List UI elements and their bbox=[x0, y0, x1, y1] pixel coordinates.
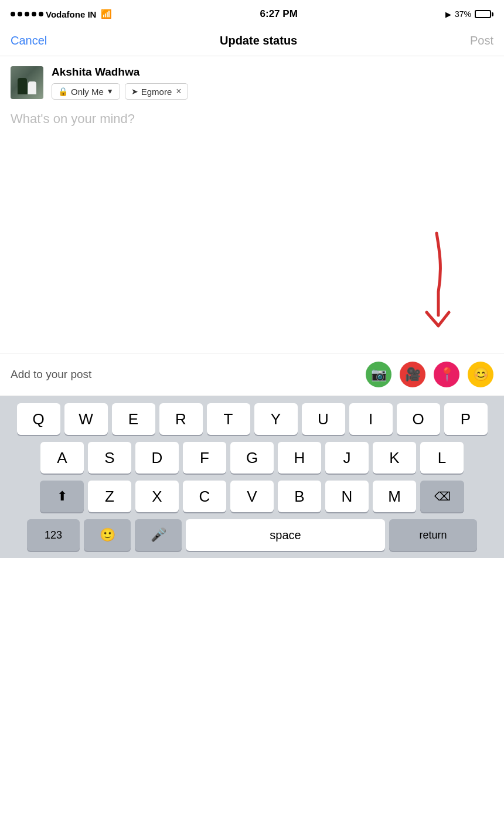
key-f[interactable]: F bbox=[183, 442, 226, 474]
cancel-button[interactable]: Cancel bbox=[11, 34, 47, 47]
keyboard-row-bottom: 123 🙂 🎤 space return bbox=[2, 519, 502, 551]
key-g[interactable]: G bbox=[230, 442, 274, 474]
keyboard-row-2: A S D F G H J K L bbox=[2, 442, 502, 474]
add-to-post-icons: 📷 🎥 📍 😊 bbox=[366, 362, 493, 387]
nav-title: Update status bbox=[220, 34, 297, 47]
status-time: 6:27 PM bbox=[260, 8, 298, 20]
key-c[interactable]: C bbox=[183, 481, 226, 512]
keyboard-row-1: Q W E R T Y U I O P bbox=[2, 403, 502, 435]
location-arrow-icon: ▶ bbox=[445, 10, 451, 19]
status-right: ▶ 37% bbox=[445, 9, 493, 19]
key-p[interactable]: P bbox=[444, 403, 488, 435]
delete-key[interactable]: ⌫ bbox=[420, 481, 464, 512]
key-y[interactable]: Y bbox=[254, 403, 298, 435]
add-to-post-bar: Add to your post 📷 🎥 📍 😊 bbox=[0, 353, 504, 396]
audience-selector[interactable]: 🔒 Only Me ▼ bbox=[52, 83, 120, 100]
location-arrow-icon: ➤ bbox=[131, 87, 138, 96]
location-label: Egmore bbox=[141, 87, 172, 97]
carrier-label: Vodafone IN bbox=[46, 9, 96, 19]
space-key[interactable]: space bbox=[186, 519, 385, 551]
key-o[interactable]: O bbox=[397, 403, 440, 435]
emoji-keyboard-key[interactable]: 🙂 bbox=[84, 519, 131, 551]
key-s[interactable]: S bbox=[88, 442, 131, 474]
location-button[interactable]: 📍 bbox=[434, 362, 459, 387]
numbers-key[interactable]: 123 bbox=[27, 519, 80, 551]
post-input-area[interactable]: What's on your mind? bbox=[0, 107, 504, 353]
key-i[interactable]: I bbox=[349, 403, 393, 435]
location-close-icon[interactable]: × bbox=[176, 86, 181, 97]
microphone-key[interactable]: 🎤 bbox=[135, 519, 182, 551]
signal-dots bbox=[11, 12, 43, 16]
audience-label: Only Me bbox=[71, 87, 104, 97]
key-v[interactable]: V bbox=[230, 481, 274, 512]
key-t[interactable]: T bbox=[207, 403, 250, 435]
camera-button[interactable]: 📷 bbox=[366, 362, 391, 387]
key-u[interactable]: U bbox=[302, 403, 345, 435]
key-q[interactable]: Q bbox=[17, 403, 60, 435]
key-a[interactable]: A bbox=[40, 442, 84, 474]
key-l[interactable]: L bbox=[420, 442, 464, 474]
status-left: Vodafone IN 📶 bbox=[11, 9, 112, 19]
keyboard-row-3: ⬆ Z X C V B N M ⌫ bbox=[2, 481, 502, 512]
key-d[interactable]: D bbox=[135, 442, 179, 474]
key-b[interactable]: B bbox=[278, 481, 321, 512]
location-tag[interactable]: ➤ Egmore × bbox=[125, 83, 188, 100]
emoji-button[interactable]: 😊 bbox=[468, 362, 493, 387]
keyboard: Q W E R T Y U I O P A S D F G H J K L ⬆ … bbox=[0, 396, 504, 558]
key-h[interactable]: H bbox=[278, 442, 321, 474]
battery-percent: 37% bbox=[455, 9, 471, 19]
shift-key[interactable]: ⬆ bbox=[40, 481, 84, 512]
key-x[interactable]: X bbox=[135, 481, 179, 512]
battery-icon bbox=[475, 10, 493, 18]
nav-bar: Cancel Update status Post bbox=[0, 26, 504, 56]
user-info: Akshita Wadhwa 🔒 Only Me ▼ ➤ Egmore × bbox=[0, 56, 504, 107]
pin-icon: 📍 bbox=[439, 367, 455, 382]
lock-icon: 🔒 bbox=[58, 87, 68, 96]
add-to-post-label: Add to your post bbox=[11, 368, 91, 381]
key-n[interactable]: N bbox=[325, 481, 369, 512]
status-bar: Vodafone IN 📶 6:27 PM ▶ 37% bbox=[0, 0, 504, 26]
wifi-icon: 📶 bbox=[101, 9, 112, 19]
chevron-down-icon: ▼ bbox=[107, 87, 114, 96]
camera-icon: 📷 bbox=[371, 367, 387, 382]
return-key[interactable]: return bbox=[389, 519, 477, 551]
post-placeholder: What's on your mind? bbox=[11, 111, 135, 126]
key-e[interactable]: E bbox=[112, 403, 155, 435]
user-meta: Akshita Wadhwa 🔒 Only Me ▼ ➤ Egmore × bbox=[52, 66, 188, 100]
key-z[interactable]: Z bbox=[88, 481, 131, 512]
avatar bbox=[11, 66, 43, 99]
key-k[interactable]: K bbox=[373, 442, 416, 474]
red-arrow-annotation bbox=[410, 227, 451, 335]
emoji-icon: 😊 bbox=[473, 367, 489, 382]
video-icon: 🎥 bbox=[405, 367, 421, 382]
post-button[interactable]: Post bbox=[470, 34, 493, 47]
key-j[interactable]: J bbox=[325, 442, 369, 474]
user-tags: 🔒 Only Me ▼ ➤ Egmore × bbox=[52, 83, 188, 100]
key-r[interactable]: R bbox=[159, 403, 203, 435]
key-m[interactable]: M bbox=[373, 481, 416, 512]
key-w[interactable]: W bbox=[64, 403, 108, 435]
video-button[interactable]: 🎥 bbox=[400, 362, 425, 387]
user-name: Akshita Wadhwa bbox=[52, 66, 188, 79]
